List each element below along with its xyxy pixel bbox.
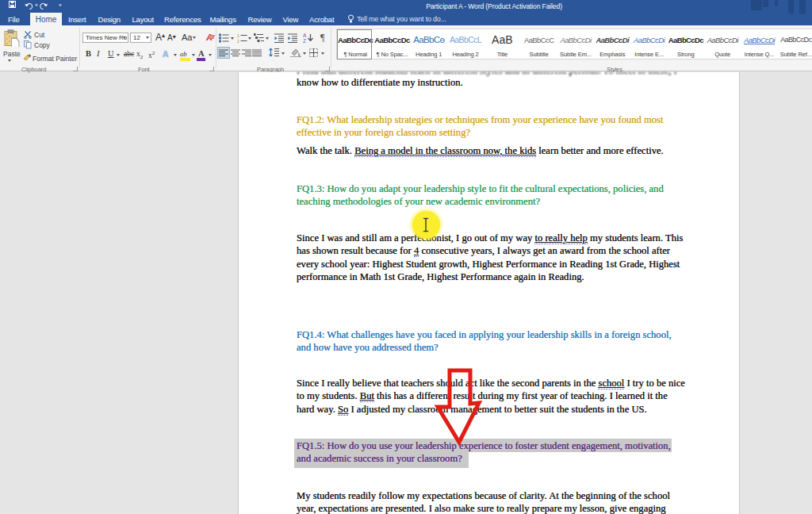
svg-text:Z: Z bbox=[303, 38, 306, 43]
svg-text:A: A bbox=[303, 33, 307, 38]
svg-text:2: 2 bbox=[237, 39, 239, 44]
svg-text:1: 1 bbox=[237, 33, 239, 38]
